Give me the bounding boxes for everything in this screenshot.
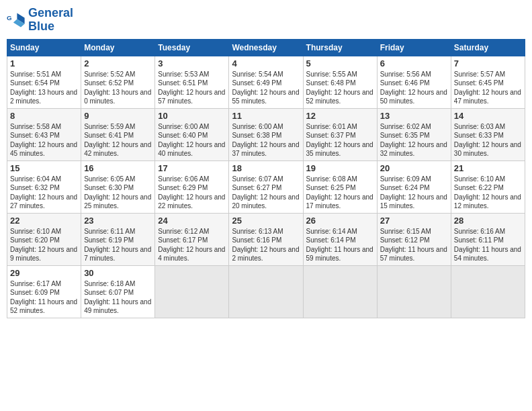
day-header-tuesday: Tuesday	[155, 39, 229, 56]
calendar-cell: 3Sunrise: 5:53 AMSunset: 6:51 PMDaylight…	[155, 56, 229, 108]
day-number: 8	[10, 111, 78, 121]
sunset-text: Sunset: 6:49 PM	[232, 79, 281, 87]
sunset-text: Sunset: 6:54 PM	[10, 79, 60, 87]
day-number: 18	[232, 163, 300, 173]
calendar-week-row: 8Sunrise: 5:58 AMSunset: 6:43 PMDaylight…	[7, 108, 525, 161]
day-number: 1	[10, 58, 78, 68]
sunset-text: Sunset: 6:32 PM	[10, 184, 60, 191]
daylight-text: Daylight: 12 hours and 30 minutes.	[454, 141, 521, 158]
day-number: 2	[84, 58, 152, 68]
daylight-text: Daylight: 12 hours and 55 minutes.	[232, 89, 299, 105]
sunset-text: Sunset: 6:38 PM	[232, 132, 281, 139]
calendar-cell: 16Sunrise: 6:05 AMSunset: 6:30 PMDayligh…	[81, 161, 155, 213]
calendar-cell: 21Sunrise: 6:10 AMSunset: 6:22 PMDayligh…	[451, 161, 525, 213]
calendar-cell: 27Sunrise: 6:15 AMSunset: 6:12 PMDayligh…	[377, 213, 451, 265]
sunset-text: Sunset: 6:19 PM	[84, 236, 134, 244]
day-number: 26	[306, 216, 374, 226]
day-header-wednesday: Wednesday	[229, 39, 303, 56]
calendar-cell: 4Sunrise: 5:54 AMSunset: 6:49 PMDaylight…	[229, 56, 303, 108]
sunrise-text: Sunrise: 6:13 AM	[232, 228, 283, 235]
daylight-text: Daylight: 12 hours and 25 minutes.	[84, 193, 151, 210]
day-info: Sunrise: 5:55 AMSunset: 6:48 PMDaylight:…	[306, 70, 374, 106]
sunrise-text: Sunrise: 6:10 AM	[10, 228, 61, 235]
day-info: Sunrise: 6:12 AMSunset: 6:17 PMDaylight:…	[158, 227, 226, 263]
sunrise-text: Sunrise: 6:15 AM	[380, 228, 431, 235]
sunset-text: Sunset: 6:25 PM	[306, 184, 356, 191]
day-number: 22	[10, 216, 78, 226]
sunset-text: Sunset: 6:22 PM	[454, 184, 504, 191]
calendar-week-row: 22Sunrise: 6:10 AMSunset: 6:20 PMDayligh…	[7, 213, 525, 265]
daylight-text: Daylight: 12 hours and 15 minutes.	[380, 193, 447, 210]
sunrise-text: Sunrise: 6:08 AM	[306, 175, 357, 183]
calendar-cell	[377, 265, 451, 318]
daylight-text: Daylight: 13 hours and 2 minutes.	[10, 89, 77, 105]
sunrise-text: Sunrise: 5:55 AM	[306, 71, 357, 78]
daylight-text: Daylight: 12 hours and 42 minutes.	[84, 141, 151, 158]
calendar-cell	[155, 265, 229, 318]
calendar-week-row: 15Sunrise: 6:04 AMSunset: 6:32 PMDayligh…	[7, 161, 525, 213]
days-header-row: SundayMondayTuesdayWednesdayThursdayFrid…	[7, 39, 525, 56]
calendar-cell: 25Sunrise: 6:13 AMSunset: 6:16 PMDayligh…	[229, 213, 303, 265]
calendar-cell: 15Sunrise: 6:04 AMSunset: 6:32 PMDayligh…	[7, 161, 81, 213]
calendar-cell: 19Sunrise: 6:08 AMSunset: 6:25 PMDayligh…	[303, 161, 377, 213]
calendar-week-row: 29Sunrise: 6:17 AMSunset: 6:09 PMDayligh…	[7, 265, 525, 318]
day-number: 23	[84, 216, 152, 226]
day-number: 14	[454, 111, 522, 121]
sunrise-text: Sunrise: 6:00 AM	[158, 123, 209, 130]
daylight-text: Daylight: 12 hours and 12 minutes.	[454, 193, 521, 210]
day-info: Sunrise: 5:58 AMSunset: 6:43 PMDaylight:…	[10, 122, 78, 158]
day-info: Sunrise: 6:01 AMSunset: 6:37 PMDaylight:…	[306, 122, 374, 158]
sunrise-text: Sunrise: 5:57 AM	[454, 71, 505, 78]
day-number: 24	[158, 216, 226, 226]
sunset-text: Sunset: 6:43 PM	[10, 132, 60, 139]
day-info: Sunrise: 6:11 AMSunset: 6:19 PMDaylight:…	[84, 227, 152, 263]
calendar-cell: 7Sunrise: 5:57 AMSunset: 6:45 PMDaylight…	[451, 56, 525, 108]
sunset-text: Sunset: 6:33 PM	[454, 132, 504, 139]
calendar-cell: 26Sunrise: 6:14 AMSunset: 6:14 PMDayligh…	[303, 213, 377, 265]
day-info: Sunrise: 6:00 AMSunset: 6:38 PMDaylight:…	[232, 122, 300, 158]
sunrise-text: Sunrise: 6:05 AM	[84, 175, 135, 183]
day-info: Sunrise: 6:07 AMSunset: 6:27 PMDaylight:…	[232, 175, 300, 211]
sunrise-text: Sunrise: 6:04 AM	[10, 175, 61, 183]
day-info: Sunrise: 5:56 AMSunset: 6:46 PMDaylight:…	[380, 70, 448, 106]
day-info: Sunrise: 6:00 AMSunset: 6:40 PMDaylight:…	[158, 122, 226, 158]
daylight-text: Daylight: 12 hours and 47 minutes.	[454, 89, 521, 105]
sunrise-text: Sunrise: 6:10 AM	[454, 175, 505, 183]
sunrise-text: Sunrise: 6:14 AM	[306, 228, 357, 235]
calendar-cell: 23Sunrise: 6:11 AMSunset: 6:19 PMDayligh…	[81, 213, 155, 265]
logo-general: General	[28, 6, 73, 19]
sunrise-text: Sunrise: 5:52 AM	[84, 71, 135, 78]
sunrise-text: Sunrise: 5:51 AM	[10, 71, 61, 78]
sunrise-text: Sunrise: 6:18 AM	[84, 280, 135, 287]
day-info: Sunrise: 6:09 AMSunset: 6:24 PMDaylight:…	[380, 175, 448, 211]
daylight-text: Daylight: 12 hours and 32 minutes.	[380, 141, 447, 158]
sunrise-text: Sunrise: 6:07 AM	[232, 175, 283, 183]
calendar-table: SundayMondayTuesdayWednesdayThursdayFrid…	[7, 39, 525, 318]
sunrise-text: Sunrise: 6:12 AM	[158, 228, 209, 235]
sunrise-text: Sunrise: 6:09 AM	[380, 175, 431, 183]
sunset-text: Sunset: 6:37 PM	[306, 132, 356, 139]
daylight-text: Daylight: 12 hours and 50 minutes.	[380, 89, 447, 105]
sunrise-text: Sunrise: 6:01 AM	[306, 123, 357, 130]
daylight-text: Daylight: 12 hours and 4 minutes.	[158, 246, 225, 263]
sunset-text: Sunset: 6:20 PM	[10, 236, 60, 244]
day-header-thursday: Thursday	[303, 39, 377, 56]
day-number: 5	[306, 58, 374, 68]
daylight-text: Daylight: 12 hours and 52 minutes.	[306, 89, 373, 105]
calendar-week-row: 1Sunrise: 5:51 AMSunset: 6:54 PMDaylight…	[7, 56, 525, 108]
logo: G General Blue	[7, 7, 73, 34]
day-info: Sunrise: 6:05 AMSunset: 6:30 PMDaylight:…	[84, 175, 152, 211]
day-info: Sunrise: 6:17 AMSunset: 6:09 PMDaylight:…	[10, 279, 78, 316]
day-number: 4	[232, 58, 300, 68]
sunset-text: Sunset: 6:27 PM	[232, 184, 281, 191]
calendar-cell: 28Sunrise: 6:16 AMSunset: 6:11 PMDayligh…	[451, 213, 525, 265]
daylight-text: Daylight: 11 hours and 49 minutes.	[84, 298, 151, 315]
day-number: 21	[454, 163, 522, 173]
day-info: Sunrise: 6:14 AMSunset: 6:14 PMDaylight:…	[306, 227, 374, 263]
calendar-cell: 24Sunrise: 6:12 AMSunset: 6:17 PMDayligh…	[155, 213, 229, 265]
sunset-text: Sunset: 6:17 PM	[158, 236, 208, 244]
sunrise-text: Sunrise: 5:56 AM	[380, 71, 431, 78]
sunrise-text: Sunrise: 6:06 AM	[158, 175, 209, 183]
sunset-text: Sunset: 6:41 PM	[84, 132, 134, 139]
daylight-text: Daylight: 12 hours and 45 minutes.	[10, 141, 77, 158]
